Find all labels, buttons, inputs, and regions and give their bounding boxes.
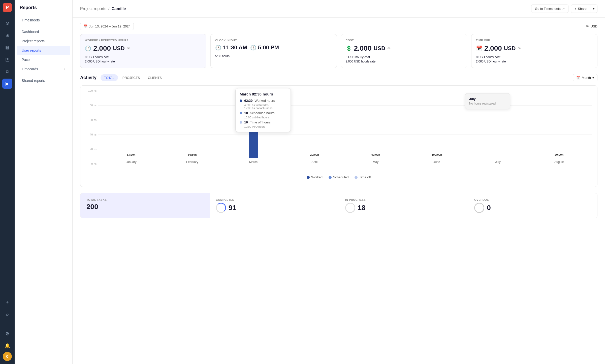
tab-clients[interactable]: CLIENTS xyxy=(144,74,165,81)
main-header: Project reports / Camille Go to Timeshee… xyxy=(73,0,605,18)
x-label-february: February xyxy=(186,160,198,164)
sidebar-item-timesheets[interactable]: Timesheets xyxy=(17,16,70,25)
clock-icon: 🕐 xyxy=(85,45,91,51)
share-dropdown-arrow[interactable]: ▾ xyxy=(590,5,597,13)
currency-label: USD xyxy=(591,24,597,28)
chart-inner: 100 hs 80 hs 60 hs 40 hs 20 hs 0 hs xyxy=(85,91,592,171)
sidebar-item-timecards[interactable]: Timecards › xyxy=(17,64,70,74)
total-tasks-label: TOTAL TASKS xyxy=(86,198,204,201)
month-filter-arrow: ▾ xyxy=(592,76,594,80)
legend-timeoff-label: Time off xyxy=(359,175,371,179)
tab-total[interactable]: TOTAL xyxy=(101,74,118,81)
sidebar-item-user-reports[interactable]: User reports xyxy=(17,46,70,55)
nav-folder-icon[interactable]: ⊞ xyxy=(2,30,12,40)
time-off-card: TIME OFF 📅 2.000 USD 👁 0 USD hourly cost… xyxy=(471,34,597,68)
bottom-stats: TOTAL TASKS 200 COMPLETED 91 IN PROGRESS… xyxy=(80,193,597,218)
tooltip-scheduled-value: 10 xyxy=(244,111,248,115)
worked-label: WORKED / EXPECTED HOURS xyxy=(85,39,202,42)
y-label-0: 0 hs xyxy=(85,162,97,165)
nav-notification-icon[interactable]: 🔔 xyxy=(2,341,12,351)
completed-value: 91 xyxy=(229,204,236,212)
month-selector[interactable]: 📅 Month ▾ xyxy=(573,74,597,81)
chart-container: 100 hs 80 hs 60 hs 40 hs 20 hs 0 hs xyxy=(80,85,597,187)
tooltip-worked-sub2: 12:30 hs no facturadas xyxy=(244,107,286,110)
goto-timesheets-button[interactable]: Go to Timesheets ↗ xyxy=(531,5,568,13)
logo-icon[interactable]: P xyxy=(3,3,12,12)
tooltip-scheduled-label: Scheduled hours xyxy=(250,111,275,115)
tooltip-worked-sub1: 40:00 hs facturadas xyxy=(244,104,286,107)
clock-in-icon: 🕐 xyxy=(215,45,221,51)
legend-scheduled-dot xyxy=(329,176,332,179)
bar-group-march: 10:00h 10:00h 62:30h March xyxy=(223,91,284,164)
worked-currency: USD xyxy=(113,45,124,52)
breadcrumb-separator: / xyxy=(108,7,109,11)
currency-selector[interactable]: 👁 USD xyxy=(586,24,597,28)
play-button[interactable]: ▶ xyxy=(2,79,12,89)
completed-circle-icon xyxy=(216,203,226,213)
date-range-selector[interactable]: 📅 Jun 13, 2024 – Jun 19, 2024 xyxy=(80,23,134,30)
bar-may-label: 40:00h xyxy=(371,153,380,156)
tooltip-title: March 82:30 hours xyxy=(240,92,286,96)
nav-settings-icon[interactable]: ⚙ xyxy=(2,329,12,339)
in-progress-stat: IN PROGRESS 18 xyxy=(339,193,468,218)
overdue-circle-icon xyxy=(474,203,484,213)
bar-july-empty xyxy=(493,157,503,158)
worked-sub2: 2.000 USD hourly rate xyxy=(85,60,202,63)
in-progress-circle-icon xyxy=(345,203,355,213)
nav-ruler-icon[interactable]: ◳ xyxy=(2,54,12,64)
activity-header: Activity TOTAL PROJECTS CLIENTS 📅 Month … xyxy=(80,74,597,81)
july-tooltip-title: July xyxy=(469,97,506,101)
total-tasks-value: 200 xyxy=(86,203,204,211)
month-filter-label: Month xyxy=(582,76,591,80)
cost-value: 2.000 xyxy=(354,44,372,52)
y-label-100: 100 hs xyxy=(85,89,97,92)
tooltip-scheduled-dot xyxy=(240,112,242,114)
completed-stat: COMPLETED 91 xyxy=(210,193,339,218)
bar-group-july: July July No hours registered xyxy=(467,91,529,164)
goto-label: Go to Timesheets xyxy=(535,7,561,11)
bar-group-june: 100:00h June xyxy=(406,91,467,164)
external-link-icon: ↗ xyxy=(562,7,565,11)
user-avatar[interactable]: C xyxy=(3,352,12,361)
nav-clipboard-icon[interactable]: ⧉ xyxy=(2,67,12,77)
sidebar-item-shared-reports[interactable]: Shared reports xyxy=(17,76,70,85)
sidebar-item-dashboard[interactable]: Dashboard xyxy=(17,27,70,36)
time-off-eye-icon[interactable]: 👁 xyxy=(518,46,521,50)
x-label-march: March xyxy=(249,160,258,164)
nav-timesheets-icon[interactable]: ⊙ xyxy=(2,18,12,28)
tab-projects[interactable]: PROJECTS xyxy=(119,74,143,81)
y-label-60: 60 hs xyxy=(85,118,97,121)
sidebar-item-pace[interactable]: Pace xyxy=(17,55,70,64)
y-label-80: 80 hs xyxy=(85,104,97,107)
cost-sub2: 2.000 USD hourly rate xyxy=(346,60,462,63)
clock-out-time: 5:00 PM xyxy=(258,44,279,51)
nav-plus-icon[interactable]: ＋ xyxy=(2,297,12,307)
calendar-filter-icon: 📅 xyxy=(576,76,580,80)
breadcrumb-root[interactable]: Project reports xyxy=(80,7,106,11)
legend-timeoff: Time off xyxy=(355,175,371,179)
sidebar-item-project-reports[interactable]: Project reports xyxy=(17,37,70,46)
cost-card: COST 💲 2.000 USD 👁 0 USD hourly cost 2.0… xyxy=(341,34,467,68)
chart-legend: Worked Scheduled Time off xyxy=(85,175,592,179)
bars-area: 53:20h January 66:50h February xyxy=(98,91,592,164)
breadcrumb: Project reports / Camille xyxy=(80,7,126,11)
march-tooltip: March 82:30 hours 62:30 Worked hours 40:… xyxy=(235,88,291,132)
x-label-january: January xyxy=(126,160,137,164)
legend-worked: Worked xyxy=(307,175,323,179)
overdue-stat: OVERDUE 0 xyxy=(468,193,597,218)
time-off-value: 2.000 xyxy=(484,44,502,52)
share-label: Share xyxy=(578,7,587,11)
time-off-currency: USD xyxy=(504,45,516,52)
cost-eye-icon[interactable]: 👁 xyxy=(387,46,391,50)
share-main[interactable]: ↑ Share xyxy=(571,5,590,13)
worked-value: 2.000 xyxy=(93,44,111,52)
tooltip-scheduled-sub: 10:00 unbilled hours xyxy=(244,116,286,119)
bar-february-label: 66:50h xyxy=(188,153,197,156)
worked-eye-icon[interactable]: 👁 xyxy=(127,46,130,50)
nav-search-icon[interactable]: ⌕ xyxy=(2,309,12,319)
header-actions: Go to Timesheets ↗ ↑ Share ▾ xyxy=(531,5,597,13)
share-button[interactable]: ↑ Share ▾ xyxy=(571,5,597,13)
tooltip-worked-value: 62:30 xyxy=(244,99,252,103)
nav-chart-icon[interactable]: ▦ xyxy=(2,42,12,52)
left-panel: Reports Timesheets Dashboard Project rep… xyxy=(15,0,73,364)
